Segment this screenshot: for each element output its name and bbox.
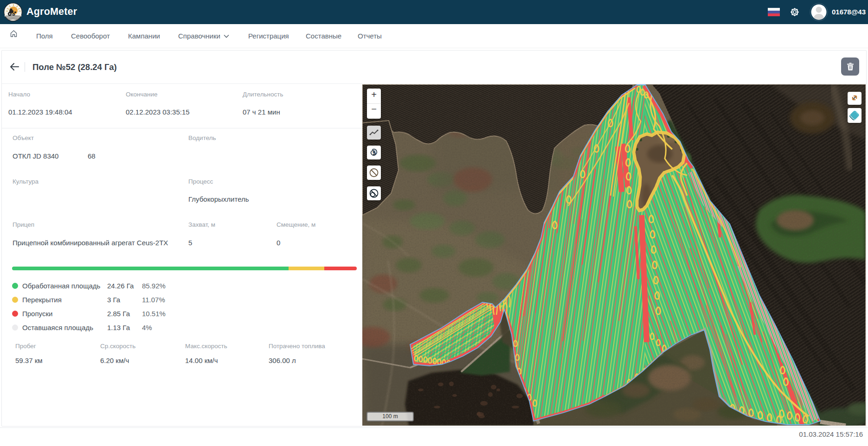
svg-text:5: 5 (373, 149, 376, 156)
